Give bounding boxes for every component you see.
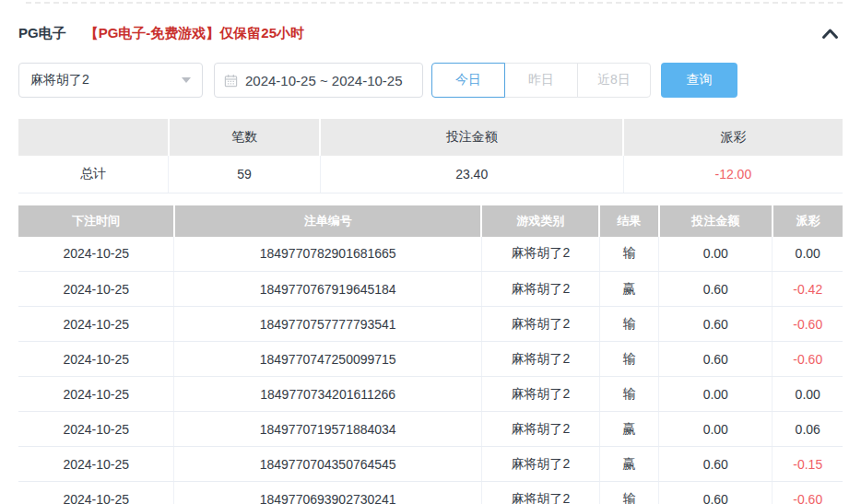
bet-table-body: 2024-10-25 1849770782901681665 麻将胡了2 输 0… <box>18 237 843 504</box>
cell-bet-amount: 0.00 <box>659 412 773 447</box>
cell-result: 输 <box>599 237 658 272</box>
range-button-last8days[interactable]: 近8日 <box>577 63 651 98</box>
cell-game-type: 麻将胡了2 <box>481 447 599 482</box>
cell-order-id: 1849770757777793541 <box>174 307 481 342</box>
table-row: 2024-10-25 1849770757777793541 麻将胡了2 输 0… <box>18 307 843 342</box>
range-button-yesterday[interactable]: 昨日 <box>504 63 578 98</box>
cell-game-type: 麻将胡了2 <box>481 237 599 272</box>
date-range-picker[interactable]: 2024-10-25 ~ 2024-10-25 <box>214 63 423 98</box>
cell-payout: -0.42 <box>773 272 843 307</box>
cell-payout: -0.15 <box>773 447 843 482</box>
cell-bet-amount: 0.60 <box>659 447 773 482</box>
bet-header-order-id: 注单编号 <box>174 205 481 237</box>
summary-header-payout: 派彩 <box>623 119 843 156</box>
cell-bet-time: 2024-10-25 <box>18 482 174 504</box>
cell-order-id: 1849770767919645184 <box>174 272 481 307</box>
cell-order-id: 1849770719571884034 <box>174 412 481 447</box>
bet-header-time: 下注时间 <box>18 205 174 237</box>
panel-header: PG电子 【PG电子-免费游戏】仅保留25小时 <box>18 25 843 42</box>
summary-total-label: 总计 <box>18 156 169 193</box>
table-row: 2024-10-25 1849770693902730241 麻将胡了2 输 0… <box>18 482 843 504</box>
date-range-value: 2024-10-25 ~ 2024-10-25 <box>245 73 403 88</box>
cell-order-id: 1849770782901681665 <box>174 237 481 272</box>
summary-header-bet-amount: 投注金额 <box>320 119 623 156</box>
cell-bet-time: 2024-10-25 <box>18 377 174 412</box>
cell-bet-amount: 0.00 <box>659 377 773 412</box>
summary-header-count: 笔数 <box>169 119 320 156</box>
cell-game-type: 麻将胡了2 <box>481 412 599 447</box>
cell-bet-time: 2024-10-25 <box>18 447 174 482</box>
cell-payout: -0.60 <box>773 482 843 504</box>
bet-header-bet-amount: 投注金额 <box>659 205 773 237</box>
table-row: 2024-10-25 1849770747250099715 麻将胡了2 输 0… <box>18 342 843 377</box>
summary-total-payout: -12.00 <box>623 156 843 193</box>
table-row: 2024-10-25 1849770704350764545 麻将胡了2 赢 0… <box>18 447 843 482</box>
cell-game-type: 麻将胡了2 <box>481 272 599 307</box>
bet-table-header-row: 下注时间 注单编号 游戏类别 结果 投注金额 派彩 <box>18 205 843 237</box>
cell-result: 赢 <box>599 412 658 447</box>
cell-bet-amount: 0.60 <box>659 272 773 307</box>
cell-bet-amount: 0.60 <box>659 482 773 504</box>
cell-order-id: 1849770747250099715 <box>174 342 481 377</box>
cell-payout: 0.00 <box>773 377 843 412</box>
bet-header-game: 游戏类别 <box>481 205 599 237</box>
cell-bet-amount: 0.00 <box>659 237 773 272</box>
notice-text: 【PG电子-免费游戏】仅保留25小时 <box>85 25 304 42</box>
range-button-today[interactable]: 今日 <box>431 63 505 98</box>
table-row: 2024-10-25 1849770734201611266 麻将胡了2 输 0… <box>18 377 843 412</box>
summary-table: 笔数 投注金额 派彩 总计 59 23.40 -12.00 <box>18 119 843 193</box>
table-row: 2024-10-25 1849770719571884034 麻将胡了2 赢 0… <box>18 412 843 447</box>
summary-total-row: 总计 59 23.40 -12.00 <box>18 156 843 193</box>
cell-bet-amount: 0.60 <box>659 342 773 377</box>
cell-result: 赢 <box>599 447 658 482</box>
game-select-value: 麻将胡了2 <box>30 72 89 88</box>
bet-table: 下注时间 注单编号 游戏类别 结果 投注金额 派彩 2024-10-25 184… <box>18 205 843 504</box>
cell-result: 输 <box>599 307 658 342</box>
cell-bet-time: 2024-10-25 <box>18 272 174 307</box>
cell-result: 赢 <box>599 272 658 307</box>
cell-bet-amount: 0.60 <box>659 307 773 342</box>
summary-total-count: 59 <box>169 156 320 193</box>
summary-header-blank <box>18 119 169 156</box>
cell-order-id: 1849770734201611266 <box>174 377 481 412</box>
cell-order-id: 1849770704350764545 <box>174 447 481 482</box>
cell-payout: -0.60 <box>773 342 843 377</box>
cell-payout: -0.60 <box>773 307 843 342</box>
cell-payout: 0.06 <box>773 412 843 447</box>
cell-game-type: 麻将胡了2 <box>481 342 599 377</box>
cell-bet-time: 2024-10-25 <box>18 412 174 447</box>
pg-panel: PG电子 【PG电子-免费游戏】仅保留25小时 麻将胡了2 <box>0 0 861 504</box>
cell-result: 输 <box>599 377 658 412</box>
cell-order-id: 1849770693902730241 <box>174 482 481 504</box>
top-dashed-divider <box>26 2 843 4</box>
chevron-up-icon[interactable] <box>818 26 843 41</box>
bet-header-payout: 派彩 <box>773 205 843 237</box>
cell-bet-time: 2024-10-25 <box>18 307 174 342</box>
game-select[interactable]: 麻将胡了2 <box>18 63 203 98</box>
summary-header-row: 笔数 投注金额 派彩 <box>18 119 843 156</box>
cell-result: 输 <box>599 342 658 377</box>
cell-bet-time: 2024-10-25 <box>18 237 174 272</box>
page-title: PG电子 <box>18 25 66 42</box>
cell-payout: 0.00 <box>773 237 843 272</box>
cell-game-type: 麻将胡了2 <box>481 307 599 342</box>
search-button[interactable]: 查询 <box>661 63 737 98</box>
cell-bet-time: 2024-10-25 <box>18 342 174 377</box>
table-row: 2024-10-25 1849770767919645184 麻将胡了2 赢 0… <box>18 272 843 307</box>
table-row: 2024-10-25 1849770782901681665 麻将胡了2 输 0… <box>18 237 843 272</box>
caret-down-icon <box>182 77 191 83</box>
cell-game-type: 麻将胡了2 <box>481 482 599 504</box>
summary-total-bet-amount: 23.40 <box>320 156 623 193</box>
quick-range-group: 今日 昨日 近8日 <box>431 63 651 98</box>
filter-bar: 麻将胡了2 2024-10-25 ~ 2024-10-25 今日 昨日 近8日 <box>18 63 843 98</box>
cell-result: 输 <box>599 482 658 504</box>
calendar-icon <box>224 74 238 88</box>
bet-header-result: 结果 <box>599 205 658 237</box>
cell-game-type: 麻将胡了2 <box>481 377 599 412</box>
